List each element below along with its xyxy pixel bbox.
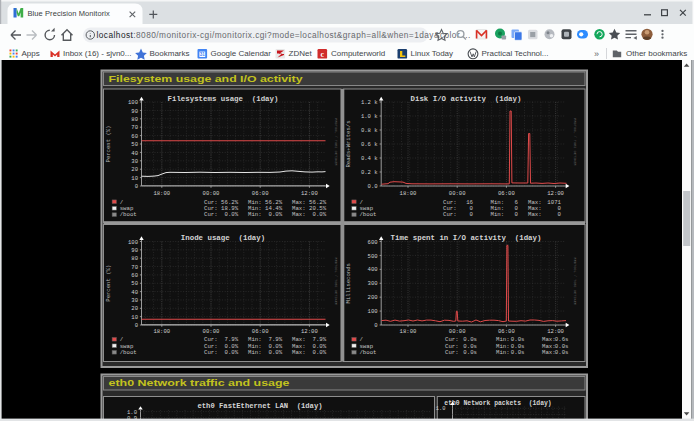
svg-text:Max:: Max: bbox=[542, 349, 556, 356]
svg-text:30: 30 bbox=[131, 158, 138, 165]
svg-text:0: 0 bbox=[470, 211, 474, 218]
svg-text:Practical Technol...: Practical Technol... bbox=[482, 49, 549, 58]
svg-text:Time spent in I/O activity (1: Time spent in I/O activity (1day) bbox=[391, 234, 542, 242]
svg-text:80: 80 bbox=[131, 255, 138, 262]
svg-text:1.0: 1.0 bbox=[436, 406, 446, 412]
svg-text:Other bookmarks: Other bookmarks bbox=[626, 49, 687, 58]
svg-text:Cur:: Cur: bbox=[443, 211, 457, 218]
svg-text:localhost:8080/monitorix-cgi/m: localhost:8080/monitorix-cgi/monitorix.c… bbox=[97, 30, 471, 40]
svg-text:eth0 Network packets (1day): eth0 Network packets (1day) bbox=[444, 400, 551, 407]
svg-text:70: 70 bbox=[131, 124, 138, 131]
svg-text:00:00: 00:00 bbox=[449, 328, 466, 335]
svg-text:RRDTOOL / TOBI OETIKER: RRDTOOL / TOBI OETIKER bbox=[334, 118, 338, 166]
svg-text:12:00: 12:00 bbox=[301, 328, 318, 335]
svg-text:0.0s: 0.0s bbox=[463, 349, 477, 356]
svg-text:Milliseconds: Milliseconds bbox=[345, 263, 352, 303]
svg-text:00:00: 00:00 bbox=[449, 190, 466, 197]
svg-text:20: 20 bbox=[131, 305, 138, 312]
svg-text:600: 600 bbox=[368, 239, 379, 246]
svg-text:0.8 k: 0.8 k bbox=[361, 127, 378, 134]
svg-text:50: 50 bbox=[131, 141, 138, 148]
svg-text:400: 400 bbox=[368, 266, 379, 273]
svg-text:Filesystem usage and I/O activ: Filesystem usage and I/O activity bbox=[109, 74, 304, 84]
svg-text:100: 100 bbox=[368, 308, 379, 315]
svg-text:0.6 k: 0.6 k bbox=[361, 141, 378, 148]
svg-text:RRDTOOL / TOBI OETIKER: RRDTOOL / TOBI OETIKER bbox=[573, 258, 577, 306]
svg-text:Min: 0.0%: Min: 0.0% bbox=[248, 211, 283, 218]
svg-text:Min:: Min: bbox=[491, 211, 505, 218]
svg-text:Bookmarks: Bookmarks bbox=[150, 49, 190, 58]
svg-text:Reads+Writes/s: Reads+Writes/s bbox=[345, 121, 352, 168]
svg-text:0.0s: 0.0s bbox=[555, 349, 569, 356]
svg-text:00:00: 00:00 bbox=[203, 328, 220, 335]
svg-text:60: 60 bbox=[131, 272, 138, 279]
svg-text:40: 40 bbox=[131, 289, 138, 296]
svg-text:Percent (%): Percent (%) bbox=[105, 126, 112, 163]
svg-text:60: 60 bbox=[131, 133, 138, 140]
svg-text:eth0 FastEthernet LAN (1day): eth0 FastEthernet LAN (1day) bbox=[197, 402, 322, 410]
svg-text:10: 10 bbox=[131, 175, 138, 182]
svg-text:Max:: Max: bbox=[528, 211, 542, 218]
svg-text:18:00: 18:00 bbox=[400, 328, 417, 335]
svg-text:ZDNet: ZDNet bbox=[289, 49, 313, 58]
svg-text:40: 40 bbox=[131, 150, 138, 157]
svg-text:Filesystems usage (1day): Filesystems usage (1day) bbox=[168, 95, 279, 103]
svg-text:Computerworld: Computerworld bbox=[331, 49, 385, 58]
svg-text:90: 90 bbox=[131, 247, 138, 254]
svg-text:30: 30 bbox=[131, 297, 138, 304]
svg-text:/boot: /boot bbox=[120, 349, 137, 356]
svg-text:100: 100 bbox=[128, 239, 139, 246]
svg-text:Max: 0.0%: Max: 0.0% bbox=[292, 349, 327, 356]
svg-text:RRDTOOL / TOBI OETIKER: RRDTOOL / TOBI OETIKER bbox=[334, 258, 338, 306]
svg-text:12:00: 12:00 bbox=[301, 190, 318, 197]
svg-text:12:00: 12:00 bbox=[547, 190, 564, 197]
svg-text:Max: 0.0%: Max: 0.0% bbox=[292, 211, 327, 218]
svg-text:1.0 k: 1.0 k bbox=[361, 113, 378, 120]
svg-text:Min: 0.0%: Min: 0.0% bbox=[248, 349, 283, 356]
svg-text:06:00: 06:00 bbox=[252, 328, 269, 335]
svg-text:Min:: Min: bbox=[496, 349, 510, 356]
svg-text:1.2 k: 1.2 k bbox=[361, 99, 378, 106]
svg-text:06:00: 06:00 bbox=[252, 190, 269, 197]
svg-text:Inbox (16) - sjvn0...: Inbox (16) - sjvn0... bbox=[63, 49, 131, 58]
svg-text:/boot: /boot bbox=[359, 349, 376, 356]
svg-text:»: » bbox=[594, 49, 599, 59]
svg-text:Inode usage (1day): Inode usage (1day) bbox=[181, 234, 265, 242]
svg-text:300: 300 bbox=[368, 280, 379, 287]
svg-text:Linux Today: Linux Today bbox=[411, 49, 454, 58]
svg-text:12:00: 12:00 bbox=[547, 328, 564, 335]
svg-text:Disk I/O activity (1day): Disk I/O activity (1day) bbox=[411, 95, 522, 103]
svg-text:06:00: 06:00 bbox=[498, 190, 515, 197]
svg-text:100: 100 bbox=[128, 99, 139, 106]
svg-text:0.2 k: 0.2 k bbox=[361, 169, 378, 176]
svg-text:0.4 k: 0.4 k bbox=[361, 155, 378, 162]
svg-text:Cur:: Cur: bbox=[445, 349, 459, 356]
svg-text:c: c bbox=[321, 50, 325, 59]
svg-text:0: 0 bbox=[558, 211, 562, 218]
svg-text:Apps: Apps bbox=[22, 49, 40, 58]
svg-text:90: 90 bbox=[131, 108, 138, 115]
svg-text:Percent (%): Percent (%) bbox=[105, 265, 112, 302]
svg-text:18:00: 18:00 bbox=[153, 190, 170, 197]
svg-text:Cur: 0.0%: Cur: 0.0% bbox=[204, 211, 239, 218]
svg-text:80: 80 bbox=[131, 116, 138, 123]
svg-text:0.0s: 0.0s bbox=[511, 349, 525, 356]
svg-text:18:00: 18:00 bbox=[153, 328, 170, 335]
svg-text:06:00: 06:00 bbox=[498, 328, 515, 335]
svg-text:31: 31 bbox=[200, 52, 206, 57]
svg-text:Google Calendar: Google Calendar bbox=[211, 49, 272, 58]
svg-text:200: 200 bbox=[368, 294, 379, 301]
svg-text:/boot: /boot bbox=[359, 211, 376, 218]
svg-text:20: 20 bbox=[131, 166, 138, 173]
svg-text:/boot: /boot bbox=[120, 211, 137, 218]
svg-text:10: 10 bbox=[131, 314, 138, 321]
svg-text:50: 50 bbox=[131, 280, 138, 287]
svg-text:18:00: 18:00 bbox=[400, 190, 417, 197]
svg-text:00:00: 00:00 bbox=[203, 190, 220, 197]
svg-text:0.0: 0.0 bbox=[368, 183, 379, 190]
svg-text:Blue Precision Monitorix: Blue Precision Monitorix bbox=[28, 9, 111, 18]
svg-text:0: 0 bbox=[515, 211, 519, 218]
svg-text:RRDTOOL / TOBI OETIKER: RRDTOOL / TOBI OETIKER bbox=[573, 118, 577, 166]
svg-text:500: 500 bbox=[368, 253, 379, 260]
svg-text:70: 70 bbox=[131, 264, 138, 271]
